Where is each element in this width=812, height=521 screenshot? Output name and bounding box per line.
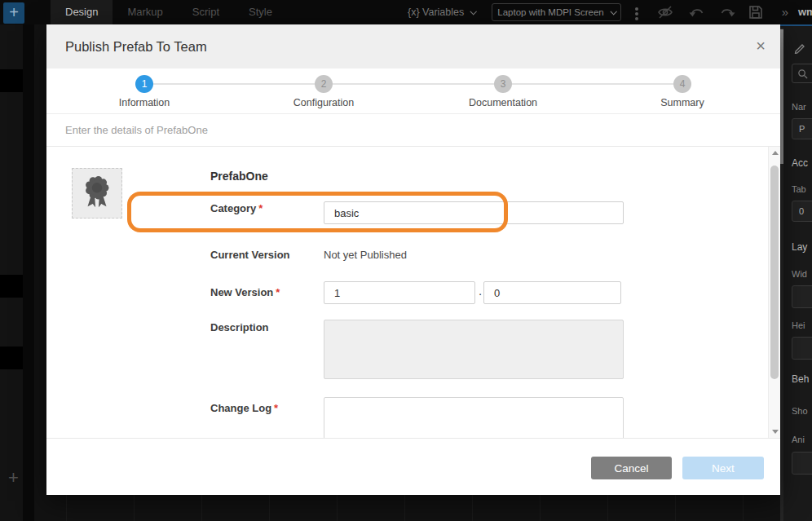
canvas-edge [34,24,46,521]
more-options-button[interactable] [635,6,638,22]
prop-input-animation[interactable] [792,452,812,475]
dialog-scrollbar[interactable] [768,147,780,438]
prop-section-layout: Lay [792,241,807,253]
description-textarea [324,320,624,379]
version-major-input[interactable] [324,281,475,304]
sidebar-divider [23,24,34,521]
tab-design[interactable]: Design [51,0,113,24]
top-toolbar: + « Design Markup Script Style {x} Varia… [0,0,812,24]
step-4-label: Summary [617,97,748,108]
dialog-footer: Cancel Next [46,438,780,495]
prop-section-behavior: Beh [792,373,809,385]
screen: + « Design Markup Script Style {x} Varia… [0,0,812,521]
prop-input-height[interactable] [792,337,812,360]
prop-section-accessibility: Acc [792,157,808,169]
version-separator: . [479,284,482,298]
required-marker: * [258,202,263,214]
scrollbar-thumb[interactable] [770,166,779,379]
search-icon [797,68,808,79]
prefab-name: PrefabOne [210,170,268,183]
version-minor-input[interactable] [483,281,621,304]
category-input[interactable] [324,201,624,224]
step-1-circle[interactable]: 1 [135,75,153,93]
dialog-header: Publish Prefab To Team × [46,24,780,68]
left-sidebar: + [0,24,46,521]
editor-mode-tabs: Design Markup Script Style [51,0,287,24]
redo-icon[interactable] [719,5,735,20]
prop-label-animation: Ani [792,435,805,444]
sidebar-item[interactable] [0,347,23,369]
required-marker: * [274,402,278,414]
panel-scrollbar-thumb[interactable] [780,29,783,164]
close-icon[interactable]: × [756,24,766,68]
edit-pencil-icon[interactable] [793,41,806,57]
prop-label-show: Sho [792,406,808,416]
add-widget-button[interactable]: + [3,2,24,24]
prop-input-tabindex[interactable] [792,201,812,222]
dialog-subtitle: Enter the details of PrefabOne [46,114,780,147]
step-4-circle[interactable]: 4 [673,75,691,93]
prop-input-name[interactable] [792,118,812,139]
panel-search-box[interactable] [792,64,812,83]
right-panel-title: wm [798,0,812,24]
category-label: Category* [210,202,263,214]
step-3-circle[interactable]: 3 [494,75,512,93]
step-2-label: Configuration [258,97,389,108]
description-label: Description [210,321,269,333]
device-selector-dropdown[interactable]: Laptop with MDPI Screen [492,3,621,21]
panel-accent-line [780,24,812,26]
chevron-down-icon [610,8,616,15]
undo-icon[interactable] [689,5,705,20]
variables-menu[interactable]: {x} Variables [408,0,475,24]
save-icon[interactable] [748,5,765,20]
step-2-circle[interactable]: 2 [315,75,333,93]
publish-prefab-dialog: Publish Prefab To Team × 1 2 3 4 Informa… [46,24,780,495]
properties-panel: Nar Acc Tab Lay Wid Hei Beh Sho Ani [780,24,812,521]
required-marker: * [276,286,280,298]
new-version-label: New Version* [210,286,280,298]
expand-right-panel-button[interactable]: » [776,2,794,22]
changelog-textarea[interactable] [324,397,624,438]
chevron-down-icon [470,8,477,15]
changelog-label: Change Log* [210,402,278,414]
variables-label: {x} Variables [408,7,464,18]
add-page-button[interactable]: + [8,467,19,488]
prop-label-tabindex: Tab [792,184,806,194]
dialog-title: Publish Prefab To Team [46,24,780,68]
step-1-label: Information [79,97,210,108]
prop-label-height: Hei [792,320,805,330]
tab-style[interactable]: Style [234,0,287,24]
current-version-label: Current Version [210,249,290,261]
tab-script[interactable]: Script [178,0,234,24]
design-canvas [46,495,780,521]
next-button[interactable]: Next [682,457,764,479]
prop-label-width: Wid [792,269,807,279]
device-selector-label: Laptop with MDPI Screen [497,7,603,17]
scroll-down-arrow[interactable] [772,430,779,434]
prop-label-name: Nar [792,102,806,112]
prop-input-width[interactable] [792,285,812,308]
scroll-up-arrow[interactable] [772,151,779,155]
wizard-stepper: 1 2 3 4 Information Configuration Docume… [46,68,780,114]
dialog-body: PrefabOne Category* Current Version Not … [46,147,780,438]
hide-preview-icon[interactable] [657,5,673,20]
stepper-connector [144,83,682,85]
cancel-button[interactable]: Cancel [591,457,672,479]
sidebar-item[interactable] [0,69,23,92]
sidebar-item[interactable] [0,275,23,298]
tab-markup[interactable]: Markup [113,0,177,24]
current-version-value: Not yet Published [324,249,407,261]
award-ribbon-icon [78,174,116,212]
prefab-thumbnail [72,168,122,219]
step-3-label: Documentation [438,97,568,108]
